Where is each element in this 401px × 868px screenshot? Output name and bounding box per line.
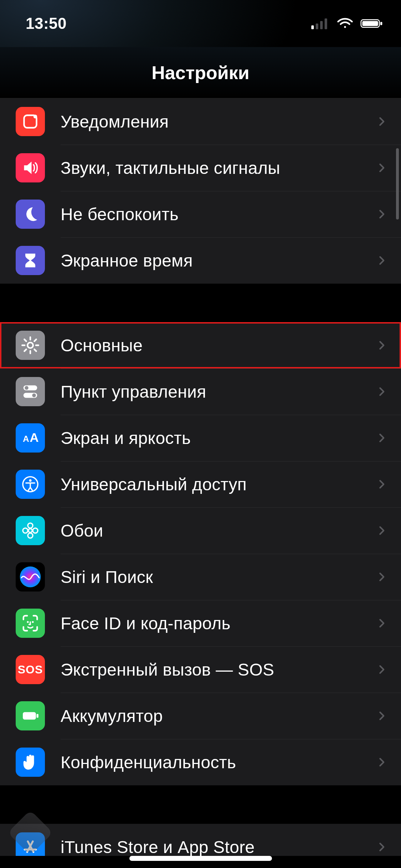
- sounds-icon: [16, 153, 45, 182]
- row-screen-time[interactable]: Экранное время: [0, 237, 401, 284]
- row-accessibility[interactable]: Универсальный доступ: [0, 461, 401, 507]
- wifi-icon: [337, 18, 353, 29]
- text-size-icon: [16, 423, 45, 453]
- cellular-icon: [311, 18, 330, 29]
- row-label: Конфиденциальность: [61, 753, 376, 772]
- row-wallpaper[interactable]: Обои: [0, 507, 401, 554]
- row-notifications[interactable]: Уведомления: [0, 98, 401, 145]
- row-label: Не беспокоить: [61, 205, 376, 224]
- row-label: Siri и Поиск: [61, 567, 376, 587]
- row-control-center[interactable]: Пункт управления: [0, 368, 401, 415]
- accessibility-icon: [16, 470, 45, 499]
- chevron-right-icon: [376, 757, 387, 768]
- sos-icon: SOS: [16, 655, 45, 684]
- status-time: 13:50: [26, 15, 67, 32]
- row-label: Экран и яркость: [61, 428, 376, 448]
- row-sounds[interactable]: Звуки, тактильные сигналы: [0, 145, 401, 191]
- row-display[interactable]: Экран и яркость: [0, 415, 401, 461]
- row-label: Уведомления: [61, 112, 376, 131]
- group-gap: [0, 785, 401, 824]
- row-label: iTunes Store и App Store: [61, 837, 376, 856]
- chevron-right-icon: [376, 433, 387, 443]
- row-label: Экстренный вызов — SOS: [61, 660, 376, 680]
- status-bar: 13:50: [0, 0, 401, 47]
- moon-icon: [16, 200, 45, 229]
- group-gap: [0, 284, 401, 322]
- chevron-right-icon: [376, 618, 387, 629]
- row-faceid[interactable]: Face ID и код-пароль: [0, 600, 401, 646]
- row-label: Основные: [61, 336, 376, 355]
- settings-list[interactable]: Уведомления Звуки, тактильные сигналы Не…: [0, 98, 401, 856]
- faceid-icon: [16, 609, 45, 638]
- scroll-indicator[interactable]: [396, 148, 399, 219]
- chevron-right-icon: [376, 572, 387, 582]
- settings-group-0: Уведомления Звуки, тактильные сигналы Не…: [0, 98, 401, 284]
- chevron-right-icon: [376, 162, 387, 173]
- row-siri[interactable]: Siri и Поиск: [0, 554, 401, 600]
- chevron-right-icon: [376, 842, 387, 852]
- chevron-right-icon: [376, 711, 387, 721]
- row-privacy[interactable]: Конфиденциальность: [0, 739, 401, 785]
- nav-title: Настройки: [151, 62, 249, 83]
- home-indicator[interactable]: [129, 856, 272, 861]
- row-do-not-disturb[interactable]: Не беспокоить: [0, 191, 401, 237]
- row-label: Обои: [61, 521, 376, 541]
- chevron-right-icon: [376, 116, 387, 127]
- chevron-right-icon: [376, 525, 387, 536]
- notifications-icon: [16, 107, 45, 136]
- switches-icon: [16, 377, 45, 406]
- settings-group-2: iTunes Store и App Store: [0, 824, 401, 856]
- chevron-right-icon: [376, 255, 387, 266]
- row-label: Face ID и код-пароль: [61, 614, 376, 633]
- row-general[interactable]: Основные: [0, 322, 401, 368]
- row-sos[interactable]: SOS Экстренный вызов — SOS: [0, 646, 401, 693]
- row-label: Аккумулятор: [61, 706, 376, 726]
- row-label: Универсальный доступ: [61, 475, 376, 494]
- battery-icon: [16, 701, 45, 730]
- gear-icon: [16, 331, 45, 360]
- chevron-right-icon: [376, 209, 387, 219]
- wallpaper-icon: [16, 516, 45, 545]
- row-label: Пункт управления: [61, 382, 376, 402]
- hand-icon: [16, 748, 45, 777]
- row-label: Звуки, тактильные сигналы: [61, 158, 376, 178]
- settings-group-1: Основные Пункт управления Экран и яркост…: [0, 322, 401, 785]
- chevron-right-icon: [376, 664, 387, 675]
- row-battery[interactable]: Аккумулятор: [0, 693, 401, 739]
- hourglass-icon: [16, 246, 45, 275]
- battery-status-icon: [360, 18, 384, 29]
- chevron-right-icon: [376, 479, 387, 490]
- nav-title-bar: Настройки: [0, 47, 401, 98]
- chevron-right-icon: [376, 386, 387, 397]
- status-icons: [311, 18, 384, 29]
- row-itunes[interactable]: iTunes Store и App Store: [0, 824, 401, 856]
- chevron-right-icon: [376, 340, 387, 351]
- siri-icon: [16, 562, 45, 591]
- row-label: Экранное время: [61, 251, 376, 270]
